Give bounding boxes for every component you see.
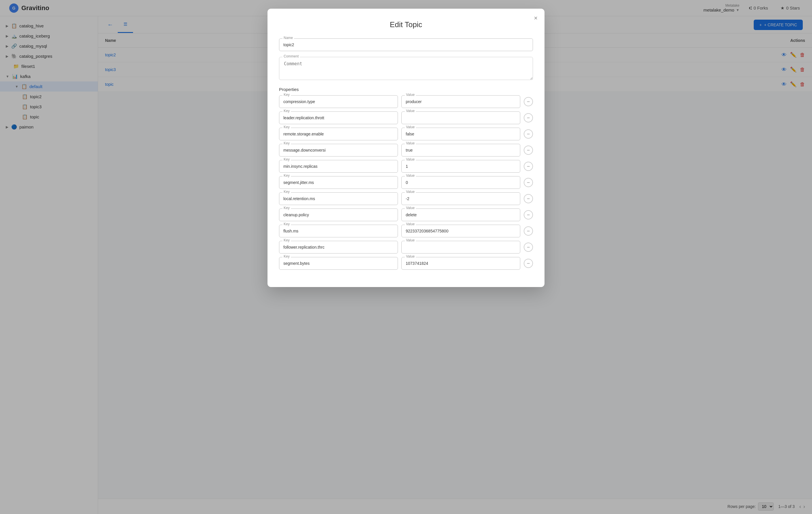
modal-title: Edit Topic [279,20,533,29]
key-field-8: Key [279,209,398,221]
key-label: Key [283,93,291,97]
key-field-7: Key [279,192,398,205]
key-input-9[interactable] [279,225,398,237]
key-field-9: Key [279,225,398,237]
remove-property-1[interactable]: − [524,97,533,106]
key-input-3[interactable] [279,128,398,140]
value-field-2: Value [401,111,520,124]
value-input-8[interactable] [401,209,520,221]
key-label: Key [283,157,291,161]
value-label: Value [405,93,416,97]
name-label: Name [283,36,294,40]
key-label: Key [283,238,291,242]
modal-close-button[interactable]: × [534,15,538,22]
value-label: Value [405,125,416,129]
comment-outlined-field: Comment [279,57,533,81]
name-input[interactable] [279,38,533,51]
value-input-3[interactable] [401,128,520,140]
remove-property-3[interactable]: − [524,129,533,139]
value-field-6: Value [401,176,520,189]
value-input-1[interactable] [401,95,520,108]
property-row-3: Key Value − [279,128,533,140]
key-label: Key [283,141,291,145]
property-row-5: Key Value − [279,160,533,173]
comment-input[interactable] [279,57,533,80]
key-field-11: Key [279,257,398,270]
properties-label: Properties [279,87,533,92]
key-input-7[interactable] [279,192,398,205]
value-label: Value [405,222,416,226]
value-input-5[interactable] [401,160,520,173]
comment-label: Comment [283,54,300,58]
key-label: Key [283,222,291,226]
key-label: Key [283,109,291,113]
name-field-group: Name [279,38,533,51]
properties-section: Properties Key Value − Key [279,87,533,270]
value-label: Value [405,141,416,145]
value-label: Value [405,190,416,194]
value-field-1: Value [401,95,520,108]
key-label: Key [283,173,291,178]
remove-property-2[interactable]: − [524,113,533,123]
value-input-6[interactable] [401,176,520,189]
value-field-3: Value [401,128,520,140]
value-input-2[interactable] [401,111,520,124]
key-field-2: Key [279,111,398,124]
value-field-10: Value [401,241,520,253]
edit-topic-modal: × Edit Topic Name Comment Properties Key [267,9,545,287]
value-label: Value [405,157,416,161]
key-label: Key [283,206,291,210]
property-row-7: Key Value − [279,192,533,205]
key-input-11[interactable] [279,257,398,270]
remove-property-6[interactable]: − [524,178,533,187]
property-row-11: Key Value − [279,257,533,270]
key-input-4[interactable] [279,144,398,157]
value-field-9: Value [401,225,520,237]
key-label: Key [283,190,291,194]
key-input-1[interactable] [279,95,398,108]
value-input-9[interactable] [401,225,520,237]
value-field-8: Value [401,209,520,221]
value-label: Value [405,173,416,178]
value-field-5: Value [401,160,520,173]
property-row-10: Key Value − [279,241,533,253]
value-input-11[interactable] [401,257,520,270]
key-field-3: Key [279,128,398,140]
key-input-8[interactable] [279,209,398,221]
key-input-10[interactable] [279,241,398,253]
key-field-4: Key [279,144,398,157]
property-row-6: Key Value − [279,176,533,189]
property-row-4: Key Value − [279,144,533,157]
remove-property-7[interactable]: − [524,194,533,203]
key-input-6[interactable] [279,176,398,189]
remove-property-10[interactable]: − [524,243,533,252]
property-row-2: Key Value − [279,111,533,124]
key-input-2[interactable] [279,111,398,124]
remove-property-9[interactable]: − [524,226,533,236]
property-row-9: Key Value − [279,225,533,237]
key-input-5[interactable] [279,160,398,173]
modal-overlay: × Edit Topic Name Comment Properties Key [0,0,812,514]
key-field-10: Key [279,241,398,253]
key-field-6: Key [279,176,398,189]
value-field-7: Value [401,192,520,205]
value-label: Value [405,238,416,242]
value-field-11: Value [401,257,520,270]
value-label: Value [405,206,416,210]
property-row-8: Key Value − [279,209,533,221]
key-field-1: Key [279,95,398,108]
value-label: Value [405,109,416,113]
name-outlined-field: Name [279,38,533,51]
remove-property-11[interactable]: − [524,259,533,268]
comment-field-group: Comment [279,57,533,81]
key-label: Key [283,125,291,129]
value-input-10[interactable] [401,241,520,253]
remove-property-5[interactable]: − [524,162,533,171]
value-label: Value [405,254,416,259]
remove-property-4[interactable]: − [524,145,533,155]
value-input-7[interactable] [401,192,520,205]
remove-property-8[interactable]: − [524,210,533,219]
property-row-1: Key Value − [279,95,533,108]
value-input-4[interactable] [401,144,520,157]
key-label: Key [283,254,291,259]
